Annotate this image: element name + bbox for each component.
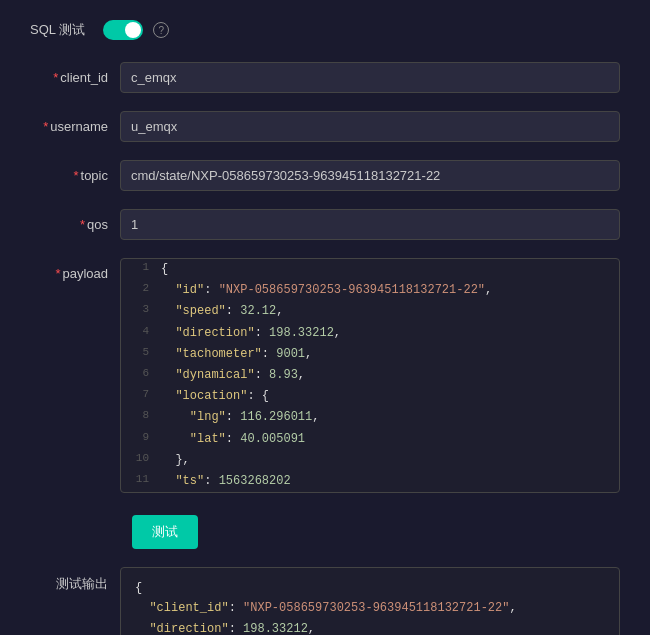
client-id-label: *client_id — [30, 62, 120, 85]
client-id-input[interactable] — [120, 62, 620, 93]
username-input[interactable] — [120, 111, 620, 142]
help-icon[interactable]: ? — [153, 22, 169, 38]
required-star-username: * — [43, 119, 48, 134]
topic-input[interactable] — [120, 160, 620, 191]
required-star: * — [53, 70, 58, 85]
output-label: 测试输出 — [30, 567, 120, 593]
username-label: *username — [30, 111, 120, 134]
toggle-slider — [103, 20, 143, 40]
output-section: 测试输出 { "client_id": "NXP-058659730253-96… — [30, 567, 620, 635]
required-star-payload: * — [55, 266, 60, 281]
sql-toggle-label: SQL 测试 — [30, 21, 85, 39]
qos-row: *qos — [30, 209, 620, 240]
sql-toggle-switch[interactable] — [103, 20, 143, 40]
topic-label: *topic — [30, 160, 120, 183]
sql-toggle-row: SQL 测试 ? — [30, 20, 620, 40]
required-star-topic: * — [73, 168, 78, 183]
test-button[interactable]: 测试 — [132, 515, 198, 549]
qos-input[interactable] — [120, 209, 620, 240]
required-star-qos: * — [80, 217, 85, 232]
qos-label: *qos — [30, 209, 120, 232]
test-button-row: 测试 — [30, 511, 620, 549]
topic-row: *topic — [30, 160, 620, 191]
payload-label: *payload — [30, 258, 120, 281]
client-id-row: *client_id — [30, 62, 620, 93]
payload-editor[interactable]: 1{ 2 "id": "NXP-058659730253-96394511813… — [120, 258, 620, 493]
payload-row: *payload 1{ 2 "id": "NXP-058659730253-96… — [30, 258, 620, 493]
output-content: { "client_id": "NXP-058659730253-9639451… — [120, 567, 620, 635]
username-row: *username — [30, 111, 620, 142]
